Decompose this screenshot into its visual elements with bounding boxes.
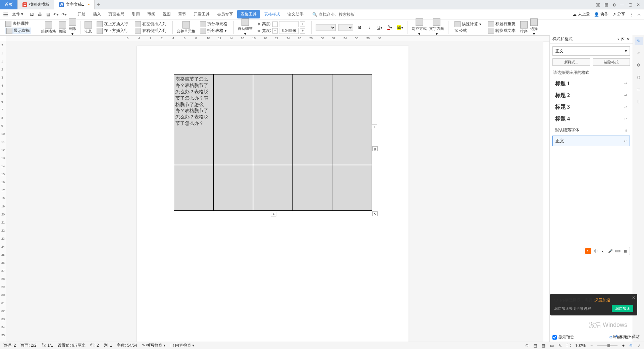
select[interactable]: 选择▾ [530,18,538,36]
status-row[interactable]: 行: 2 [90,343,99,348]
ime-toolbar[interactable]: S 中 •, 🎤 ⌨ ▦ [584,247,630,255]
text-direction[interactable]: 文字方向▾ [429,18,444,36]
insert-above[interactable]: 在上方插入行 [97,21,128,27]
editor-area[interactable]: 表格脱节了怎么办？表格脱节了怎么办？表格脱节了怎么办？表格脱节了怎么办？表格脱节… [6,41,543,342]
collapse-ribbon[interactable]: ︿ [637,11,641,17]
current-style-select[interactable]: 正文▾ [552,46,630,56]
share-button[interactable]: ↗分享 [612,11,625,17]
draw-table[interactable]: 绘制表格 [41,21,56,34]
style-heading3[interactable]: 标题 3↵ [552,102,630,113]
height-input[interactable] [279,21,299,27]
style-heading1[interactable]: 标题 1↵ [552,78,630,89]
sidetab-clip-icon[interactable]: ▭ [635,85,643,93]
new-style-button[interactable]: 新样式... [552,58,590,66]
ruler-vertical[interactable]: 2112345678910111213141516171819202122232… [0,41,6,342]
print-icon[interactable]: 🖶 [37,11,43,18]
zoom-fit-icon[interactable]: ⛶ [567,343,571,348]
formula[interactable]: fx 公式 [454,28,467,34]
apps-icon[interactable]: ▦ [602,1,610,8]
autofit[interactable]: 自动调整▾ [238,18,253,36]
command-search[interactable]: 🔍 [312,12,359,17]
zoom-level[interactable]: 102% [575,343,586,348]
italic-button[interactable]: I [366,24,373,31]
font-size[interactable] [338,24,353,31]
sidetab-select-icon[interactable]: ⬀ [635,49,643,57]
menu-reference[interactable]: 引用 [128,10,143,18]
status-position[interactable]: 设置值: 9.7厘米 [58,343,86,348]
status-readmode-icon[interactable]: ⊙ [525,343,529,348]
eraser[interactable]: 擦除 [59,21,66,34]
cloud-status[interactable]: ☁未上云 [573,11,590,17]
menu-section[interactable]: 章节 [175,10,190,18]
menu-review[interactable]: 审阅 [144,10,159,18]
width-inc[interactable]: + [300,28,305,34]
status-pagenum[interactable]: 页码: 2 [3,343,16,348]
insert-below[interactable]: 在下方插入行 [97,28,128,34]
split-cell[interactable]: 拆分单元格 [200,21,227,27]
status-assist-icon[interactable]: ⊕ [629,343,633,348]
status-view3-icon[interactable]: ▭ [550,343,554,348]
redo-icon[interactable]: ↷▾ [61,11,67,18]
font-color-button[interactable]: A▾ [386,24,393,31]
add-row-handle[interactable]: + [271,212,276,216]
layout-icon[interactable]: ▯▯ [594,1,602,8]
menu-insert[interactable]: 插入 [90,10,104,18]
font-family[interactable] [316,24,336,31]
preview-checkbox[interactable] [552,335,557,340]
status-expand-icon[interactable]: ⤢ [637,343,641,348]
add-column-handle[interactable]: + [372,124,377,129]
quick-calc[interactable]: 快速计算▾ [454,21,481,27]
panel-close-icon[interactable]: ✕ [627,37,630,42]
tab-document[interactable]: W 文字文稿1 • [54,0,95,9]
menu-table-style[interactable]: 表格样式 [261,10,283,18]
zoom-slider[interactable] [597,345,618,346]
status-spell[interactable]: ✎ 拼写检查 ▾ [142,343,166,348]
close-button[interactable]: ✕ [635,1,642,8]
print-preview-icon[interactable]: ▤ [45,11,51,18]
ime-menu-icon[interactable]: ▦ [622,248,628,254]
panel-pin-icon[interactable]: ⇱ [621,37,625,42]
menu-layout[interactable]: 页面布局 [105,10,128,18]
delete[interactable]: 删除▾ [69,18,76,36]
maximize-button[interactable]: ▢ [627,1,634,8]
status-col[interactable]: 列: 1 [104,343,112,348]
sidetab-styles-icon[interactable]: ✎ [635,37,643,45]
menu-member[interactable]: 会员专享 [214,10,236,18]
toast-close-icon[interactable]: ✕ [632,295,635,300]
ime-mic-icon[interactable]: 🎤 [607,248,613,254]
table-properties[interactable]: 表格属性 [5,21,29,27]
resize-handle[interactable]: ⤡ [372,211,378,216]
ime-lang[interactable]: 中 [593,248,599,254]
status-section[interactable]: 节: 1/1 [41,343,53,348]
clear-format-button[interactable]: 清除格式 [593,58,630,66]
col-hover-handle[interactable]: ▯ [372,146,378,151]
document-table[interactable]: 表格脱节了怎么办？表格脱节了怎么办？表格脱节了怎么办？表格脱节了怎么办？表格脱节… [174,74,372,211]
tab-home[interactable]: 首页 [0,0,18,9]
ime-keyboard-icon[interactable]: ⌨ [615,248,621,254]
sidetab-doc-icon[interactable]: ▯ [635,97,643,105]
split-table[interactable]: 拆分表格▾ [200,28,227,34]
insert-right[interactable]: 在右侧插入列 [135,28,166,34]
new-tab-button[interactable]: + [95,2,103,8]
width-input[interactable] [279,28,299,34]
height-dec[interactable]: − [272,21,278,27]
menu-start[interactable]: 开始 [74,10,89,18]
status-page[interactable]: 页面: 2/2 [20,343,36,348]
hamburger-icon[interactable] [3,11,9,17]
search-input[interactable] [319,12,359,17]
more-menu[interactable]: ⋮ [629,12,633,17]
sum[interactable]: 汇总 [85,21,92,34]
style-body[interactable]: 正文↵ [552,136,630,146]
menu-view[interactable]: 视图 [159,10,174,18]
bold-button[interactable]: B [356,24,363,31]
align[interactable]: 对齐方式▾ [412,18,427,36]
tab-template[interactable]: 找稻壳模板 [18,0,54,9]
minimize-button[interactable]: — [619,1,626,8]
menu-table-tools[interactable]: 表格工具 [237,10,260,18]
zoom-in-button[interactable]: + [622,343,625,348]
height-inc[interactable]: + [300,21,305,27]
header-repeat[interactable]: 标题行重复 [488,21,516,27]
insert-left[interactable]: 在左侧插入列 [135,21,166,27]
show-gridlines[interactable]: 显示虚框 [5,28,31,34]
style-heading2[interactable]: 标题 2↵ [552,90,630,101]
